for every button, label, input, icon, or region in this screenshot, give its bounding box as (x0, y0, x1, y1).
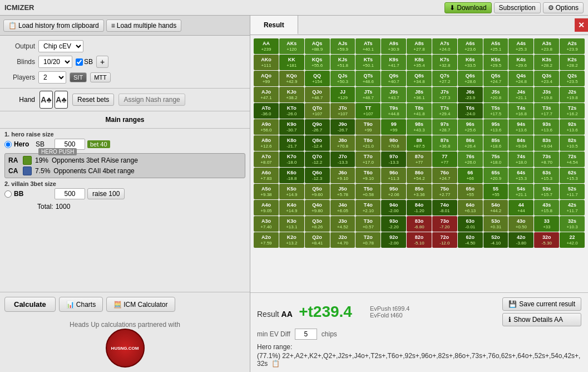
matrix-cell[interactable]: T3s+17.7 (534, 103, 559, 119)
matrix-cell[interactable]: QQ+154 (305, 71, 330, 86)
matrix-cell[interactable]: 83s+9.04 (534, 135, 559, 151)
matrix-cell[interactable]: 75o+2.77 (432, 184, 457, 199)
matrix-cell[interactable]: 86o+54.2 (407, 168, 432, 183)
matrix-cell[interactable]: T4s+16.8 (508, 103, 533, 119)
matrix-cell[interactable]: 83o-6.80 (407, 216, 432, 232)
matrix-cell[interactable]: 32o-5.30 (534, 232, 559, 248)
matrix-cell[interactable]: Q3s+23.4 (534, 71, 559, 86)
matrix-cell[interactable]: 42o-3.80 (508, 232, 533, 248)
matrix-cell[interactable]: 77+77 (432, 151, 457, 167)
sit-mode-button[interactable]: SIT (70, 72, 87, 82)
subscription-button[interactable]: Subscription (494, 2, 541, 13)
matrix-cell[interactable]: QJo+48.7 (305, 87, 330, 102)
charts-button[interactable]: 📊 Charts (59, 297, 103, 312)
matrix-cell[interactable]: 88+87.5 (407, 135, 432, 151)
matrix-cell[interactable]: Q7o-12.2 (305, 151, 330, 167)
matrix-cell[interactable]: 96o+11.3 (381, 168, 406, 183)
matrix-cell[interactable]: J2s+19.8 (560, 87, 585, 102)
matrix-cell[interactable]: 66+66 (458, 168, 483, 183)
matrix-cell[interactable]: J8s+36.1 (407, 87, 432, 102)
matrix-cell[interactable]: AJo+47.1 (254, 87, 279, 102)
copy-icon[interactable]: 📋 (271, 360, 280, 368)
bb-radio[interactable] (4, 190, 12, 198)
matrix-cell[interactable]: AQo+99 (254, 71, 279, 86)
matrix-cell[interactable]: 53o+0.31 (483, 216, 508, 232)
matrix-cell[interactable]: A9o+56.0 (254, 119, 279, 135)
matrix-cell[interactable]: 43s+15.8 (534, 200, 559, 216)
matrix-cell[interactable]: J6s-23.9 (458, 87, 483, 102)
matrix-cell[interactable]: QTo+107 (305, 103, 330, 119)
matrix-cell[interactable]: KJs+51.8 (330, 55, 355, 70)
matrix-cell[interactable]: K8s+35.4 (407, 55, 432, 70)
matrix-cell[interactable]: A9s+30.9 (381, 38, 406, 54)
raise-button[interactable]: raise 100 (87, 188, 125, 199)
min-ev-input[interactable] (295, 329, 317, 340)
matrix-cell[interactable]: T2s+16.2 (560, 103, 585, 119)
matrix-cell[interactable]: A8o+12.6 (254, 135, 279, 151)
matrix-cell[interactable]: QTs+48.6 (355, 71, 381, 86)
matrix-cell[interactable]: AKs+120 (279, 38, 304, 54)
matrix-cell[interactable]: Q8o-12.4 (305, 135, 330, 151)
bb-stack-input[interactable] (55, 188, 85, 199)
matrix-cell[interactable]: A5o+9.38 (254, 184, 279, 199)
matrix-cell[interactable]: A8s+27.8 (407, 38, 432, 54)
matrix-cell[interactable]: Q2o+8.41 (305, 232, 330, 248)
matrix-cell[interactable]: 52s+11.7 (560, 184, 585, 199)
matrix-cell[interactable]: T8o+21.0 (355, 135, 381, 151)
matrix-cell[interactable]: Q6s+28.6 (458, 71, 483, 86)
matrix-cell[interactable]: 54o+44.2 (483, 200, 508, 216)
matrix-cell[interactable]: K5o+14.9 (279, 184, 304, 199)
matrix-cell[interactable]: Q8s+34.8 (407, 71, 432, 86)
matrix-cell[interactable]: K9s+41.7 (381, 55, 406, 70)
matrix-cell[interactable]: J9o-26.7 (330, 119, 355, 135)
calculate-button[interactable]: Calculate (4, 297, 56, 312)
matrix-cell[interactable]: T6s-24.0 (458, 103, 483, 119)
save-result-button[interactable]: 💾 Save current result (502, 297, 581, 311)
matrix-cell[interactable]: Q3o+8.26 (305, 216, 330, 232)
matrix-cell[interactable]: T4o+2.10 (355, 200, 381, 216)
matrix-cell[interactable]: 65s+20.9 (483, 168, 508, 183)
matrix-cell[interactable]: 76o+24.7 (432, 168, 457, 183)
matrix-cell[interactable]: ATo-36.0 (254, 103, 279, 119)
matrix-cell[interactable]: 93s+13.6 (534, 119, 559, 135)
matrix-cell[interactable]: K3s+28.2 (534, 55, 559, 70)
matrix-cell[interactable]: 75s+18.0 (483, 151, 508, 167)
matrix-cell[interactable]: 44+44 (508, 200, 533, 216)
matrix-cell[interactable]: K6o-18.8 (279, 168, 304, 183)
matrix-cell[interactable]: 95s+13.6 (483, 119, 508, 135)
load-clipboard-button[interactable]: 📋 Load history from clipboard (3, 19, 104, 32)
matrix-cell[interactable]: 87o+77 (407, 151, 432, 167)
matrix-cell[interactable]: 53s+15.7 (534, 184, 559, 199)
matrix-cell[interactable]: A7o+8.07 (254, 151, 279, 167)
matrix-cell[interactable]: 82o-5.10 (407, 232, 432, 248)
matrix-cell[interactable]: T5s+17.5 (483, 103, 508, 119)
matrix-cell[interactable]: K7o-18.0 (279, 151, 304, 167)
matrix-cell[interactable]: 98o+70.8 (381, 135, 406, 151)
matrix-cell[interactable]: J3s+19.8 (534, 87, 559, 102)
show-details-button[interactable]: ℹ Show Details AA (502, 313, 581, 326)
card2[interactable]: A♣ (55, 91, 68, 109)
options-button[interactable]: ⚙ Options (543, 2, 584, 13)
matrix-cell[interactable]: 63s+15.3 (534, 168, 559, 183)
matrix-cell[interactable]: 87s+36.8 (432, 135, 457, 151)
matrix-cell[interactable]: K9o-30.7 (279, 119, 304, 135)
matrix-cell[interactable]: Q9s+40.7 (381, 71, 406, 86)
matrix-cell[interactable]: 98s+43.3 (407, 119, 432, 135)
hero-radio[interactable] (4, 141, 12, 148)
matrix-cell[interactable]: 64s+15.3 (508, 168, 533, 183)
matrix-cell[interactable]: A7s+24.0 (432, 38, 457, 54)
matrix-cell[interactable]: K7s+32.8 (432, 55, 457, 70)
matrix-cell[interactable]: Q4s+24.8 (508, 71, 533, 86)
matrix-cell[interactable]: 85s+18.6 (483, 135, 508, 151)
matrix-cell[interactable]: Q4o+9.80 (305, 200, 330, 216)
matrix-cell[interactable]: 52o-4.10 (483, 232, 508, 248)
matrix-cell[interactable]: T9s+44.8 (381, 103, 406, 119)
matrix-cell[interactable]: 73s+8.70 (534, 151, 559, 167)
matrix-cell[interactable]: T2o+0.78 (355, 232, 381, 248)
matrix-cell[interactable]: AJs+59.9 (330, 38, 355, 54)
matrix-cell[interactable]: JTo+107 (330, 103, 355, 119)
matrix-cell[interactable]: 92o-2.00 (381, 232, 406, 248)
matrix-cell[interactable]: J2o+4.70 (330, 232, 355, 248)
matrix-cell[interactable]: KJo+38.2 (279, 87, 304, 102)
matrix-cell[interactable]: 72s+4.54 (560, 151, 585, 167)
